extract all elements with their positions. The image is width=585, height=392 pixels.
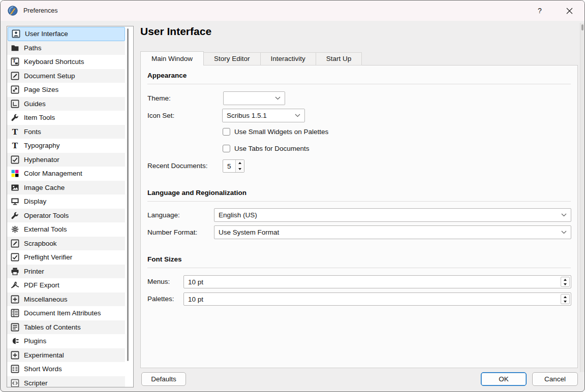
chevron-down-icon — [561, 231, 567, 234]
sidebar-item-label: Keyboard Shortcuts — [24, 58, 84, 66]
number-format-select[interactable]: Use System Format — [214, 225, 571, 239]
sidebar-item-short-words[interactable]: Short Words — [7, 362, 125, 376]
window-title: Preferences — [23, 7, 57, 14]
code-icon — [11, 379, 19, 387]
tab-panel: Appearance Theme: Icon Set: Scribus 1.5.… — [140, 65, 578, 368]
language-heading: Language and Regionalization — [147, 189, 247, 197]
dialog-scrollbar-thumb[interactable] — [581, 24, 583, 30]
check-square-icon — [11, 155, 19, 164]
tab-start-up[interactable]: Start Up — [316, 52, 362, 66]
sidebar-item-paths[interactable]: Paths — [7, 41, 125, 55]
folder-icon — [11, 44, 19, 52]
spin-up-button[interactable] — [236, 160, 244, 166]
number-format-select-value: Use System Format — [219, 228, 279, 236]
use-small-widgets-label: Use Small Widgets on Palettes — [234, 128, 328, 136]
tab-story-editor[interactable]: Story Editor — [204, 52, 261, 66]
sidebar-item-display[interactable]: Display — [7, 194, 125, 209]
sidebar-item-label: Scripter — [24, 379, 48, 387]
dialog-scrollbar[interactable] — [580, 23, 585, 372]
theme-select[interactable] — [223, 91, 285, 105]
sidebar-item-tables-of-contents[interactable]: Tables of Contents — [7, 320, 125, 335]
checkbox-box[interactable] — [223, 128, 230, 136]
icon-set-select[interactable]: Scribus 1.5.1 — [222, 109, 305, 122]
sidebar-item-document-item-attributes[interactable]: Document Item Attributes — [7, 306, 125, 320]
titlebar[interactable]: Preferences ? — [1, 1, 584, 21]
sidebar-item-scrapbook[interactable]: Scrapbook — [7, 237, 125, 251]
tab-main-window[interactable]: Main Window — [140, 51, 204, 66]
palettes-font-size-stepper[interactable]: 10 pt — [183, 292, 571, 306]
sidebar-item-typography[interactable]: T Typography — [7, 139, 125, 153]
plus-square-icon — [11, 351, 19, 360]
sidebar-item-page-sizes[interactable]: Page Sizes — [7, 83, 125, 97]
printer-icon — [11, 267, 19, 276]
sidebar-item-user-interface[interactable]: User Interface — [8, 27, 125, 41]
use-tabs-documents-label: Use Tabs for Documents — [234, 145, 310, 152]
checkbox-box[interactable] — [223, 145, 230, 152]
sidebar-item-label: Display — [24, 198, 46, 205]
tab-interactivity[interactable]: Interactivity — [261, 52, 316, 66]
sidebar-item-hyphenator[interactable]: Hyphenator — [7, 153, 125, 167]
sidebar-item-plugins[interactable]: Plugins — [7, 334, 125, 348]
sidebar-item-label: Document Setup — [24, 72, 75, 80]
sidebar-item-label: Printer — [24, 268, 44, 275]
sidebar-item-preflight-verifier[interactable]: Preflight Verifier — [7, 250, 125, 265]
sidebar-item-fonts[interactable]: T Fonts — [7, 125, 125, 139]
menus-font-size-stepper[interactable]: 10 pt — [183, 275, 571, 288]
sidebar-item-label: Image Cache — [24, 184, 65, 191]
sidebar-item-label: User Interface — [25, 30, 68, 38]
check-square-icon — [11, 253, 19, 262]
preferences-dialog: Preferences ? User Interface Paths T Key… — [0, 0, 585, 392]
stepper-buttons — [561, 294, 570, 304]
sidebar-item-label: Plugins — [24, 337, 46, 345]
chevron-down-icon — [275, 96, 281, 100]
sidebar-item-image-cache[interactable]: Image Cache — [7, 181, 125, 195]
sidebar-item-experimental[interactable]: Experimental — [7, 348, 125, 363]
spin-up-icon — [564, 279, 567, 281]
spin-up-icon — [238, 162, 241, 164]
cancel-button[interactable]: Cancel — [532, 372, 578, 386]
use-tabs-documents-checkbox[interactable]: Use Tabs for Documents — [223, 145, 310, 152]
sidebar-item-external-tools[interactable]: External Tools — [7, 222, 125, 237]
sidebar-item-guides[interactable]: Guides — [7, 97, 125, 111]
sidebar-item-operator-tools[interactable]: Operator Tools — [7, 209, 125, 223]
recent-documents-label: Recent Documents: — [147, 159, 208, 173]
keyboard-icon: T — [11, 57, 19, 66]
sidebar-item-label: Experimental — [24, 351, 64, 359]
defaults-button[interactable]: Defaults — [141, 372, 186, 386]
toc-icon — [11, 323, 19, 332]
stepper-buttons — [235, 160, 244, 172]
close-icon — [566, 8, 573, 14]
sidebar-item-miscellaneous[interactable]: Miscellaneous — [7, 292, 125, 307]
sidebar-item-color-management[interactable]: Color Management — [7, 167, 125, 181]
monitor-icon — [11, 197, 19, 206]
category-list: User Interface Paths T Keyboard Shortcut… — [7, 26, 134, 387]
spin-down-icon — [564, 301, 567, 303]
tab-bar: Main Window Story Editor Interactivity S… — [140, 51, 362, 66]
menus-font-size-value: 10 pt — [184, 276, 560, 288]
sidebar-item-scripter[interactable]: Scripter — [7, 376, 125, 388]
pen-square-icon — [11, 72, 19, 80]
close-button[interactable] — [558, 2, 580, 19]
sidebar-item-label: Miscellaneous — [24, 296, 68, 303]
spin-up-button[interactable] — [561, 277, 569, 282]
sidebar-item-printer[interactable]: Printer — [7, 265, 125, 279]
sidebar-item-pdf-export[interactable]: PDF Export — [7, 278, 125, 292]
sidebar-item-keyboard-shortcuts[interactable]: T Keyboard Shortcuts — [7, 55, 125, 69]
language-select[interactable]: English (US) — [214, 208, 571, 222]
spin-down-button[interactable] — [236, 166, 244, 172]
help-button[interactable]: ? — [529, 2, 551, 19]
spin-down-button[interactable] — [561, 282, 569, 286]
spin-up-button[interactable] — [561, 295, 569, 299]
recent-documents-stepper[interactable]: 5 — [223, 159, 244, 173]
ok-button[interactable]: OK — [481, 372, 527, 386]
sidebar-item-item-tools[interactable]: Item Tools — [7, 111, 125, 125]
use-small-widgets-checkbox[interactable]: Use Small Widgets on Palettes — [223, 128, 328, 136]
sidebar-item-label: Document Item Attributes — [24, 309, 101, 317]
svg-text:T: T — [12, 141, 18, 150]
category-list-scrollbar[interactable] — [127, 28, 129, 361]
sidebar-item-label: Preflight Verifier — [24, 253, 72, 261]
palettes-label: Palettes: — [147, 292, 174, 306]
spin-down-button[interactable] — [561, 299, 569, 304]
sidebar-item-document-setup[interactable]: Document Setup — [7, 69, 125, 83]
sidebar-item-label: External Tools — [24, 225, 67, 233]
